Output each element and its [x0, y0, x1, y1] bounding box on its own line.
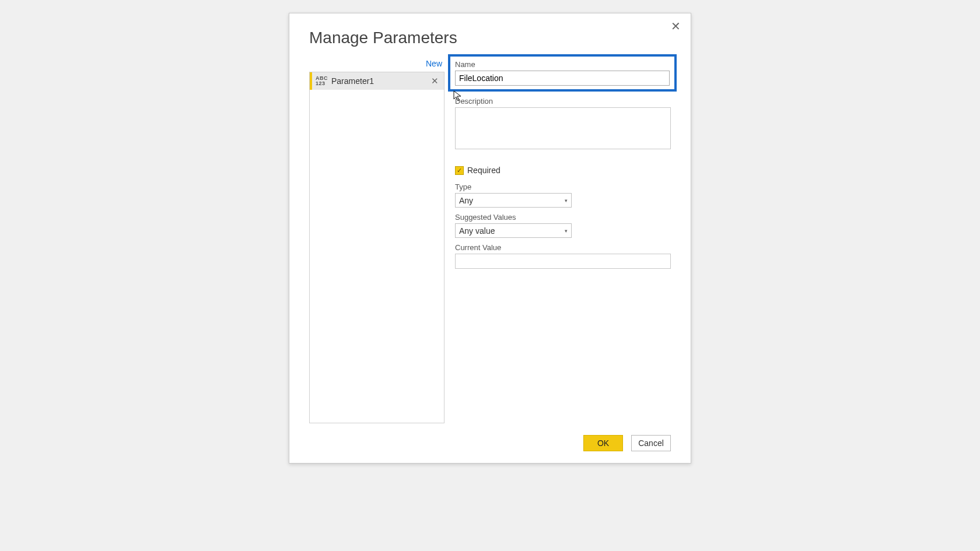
current-value-field: Current Value [455, 243, 671, 269]
manage-parameters-dialog: ✕ Manage Parameters New ABC 123 Paramete… [289, 13, 691, 464]
type-field: Type Any ▾ [455, 183, 671, 208]
required-checkbox[interactable]: ✓ [455, 166, 464, 175]
name-label: Name [455, 60, 670, 69]
chevron-down-icon: ▾ [565, 228, 568, 234]
type-label: Type [455, 183, 671, 191]
description-label: Description [455, 97, 671, 106]
suggested-values-field: Suggested Values Any value ▾ [455, 213, 671, 238]
ok-button[interactable]: OK [583, 435, 623, 451]
dialog-footer: OK Cancel [309, 435, 671, 451]
description-field: Description [455, 97, 671, 152]
any-type-icon: ABC 123 [316, 76, 328, 86]
parameter-list-item[interactable]: ABC 123 Parameter1 ✕ [310, 72, 444, 90]
close-icon: ✕ [671, 19, 681, 33]
description-input[interactable] [455, 107, 671, 149]
parameter-item-label: Parameter1 [331, 76, 429, 86]
suggested-values-value: Any value [459, 226, 495, 236]
close-button[interactable]: ✕ [668, 19, 682, 33]
suggested-values-label: Suggested Values [455, 213, 671, 222]
suggested-values-dropdown[interactable]: Any value ▾ [455, 223, 572, 238]
dialog-content: New ABC 123 Parameter1 ✕ Name [309, 58, 671, 423]
left-panel: New ABC 123 Parameter1 ✕ [309, 58, 444, 423]
dialog-title: Manage Parameters [309, 29, 671, 47]
chevron-down-icon: ▾ [565, 198, 568, 203]
check-icon: ✓ [457, 167, 462, 174]
required-label: Required [467, 166, 501, 175]
current-value-input[interactable] [455, 254, 671, 269]
required-field: ✓ Required [455, 166, 671, 175]
type-value: Any [459, 196, 473, 205]
current-value-label: Current Value [455, 243, 671, 252]
type-dropdown[interactable]: Any ▾ [455, 193, 572, 208]
parameter-list: ABC 123 Parameter1 ✕ [309, 72, 444, 423]
cancel-button[interactable]: Cancel [631, 435, 671, 451]
delete-parameter-button[interactable]: ✕ [429, 76, 440, 86]
right-panel: Name Description ✓ Required Type Any ▾ [455, 58, 671, 423]
name-input[interactable] [455, 71, 670, 86]
name-field-highlight: Name [448, 54, 677, 92]
new-parameter-link[interactable]: New [309, 58, 444, 72]
